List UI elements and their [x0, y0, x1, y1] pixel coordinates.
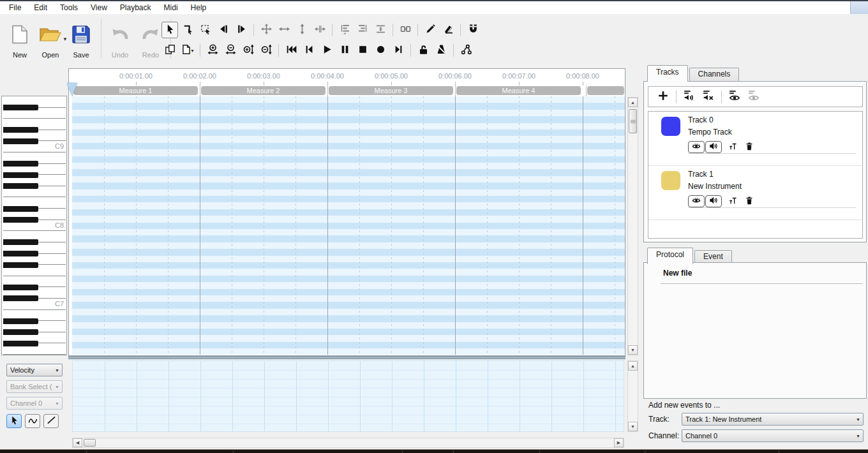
zoom-in-vertical-button[interactable]	[240, 42, 257, 59]
velocity-splitter[interactable]	[68, 356, 625, 359]
piano-key-black[interactable]	[3, 161, 38, 167]
glue-tool-button[interactable]	[397, 22, 414, 38]
menu-item-tools[interactable]: Tools	[54, 2, 84, 14]
pencil-tool-button[interactable]	[422, 22, 438, 38]
note-edit-area[interactable]	[72, 96, 625, 355]
magnet-tool-button[interactable]	[465, 22, 481, 38]
stop-button[interactable]	[354, 42, 371, 59]
remove-track-button[interactable]	[743, 196, 756, 207]
playback-cursor-marker[interactable]	[67, 83, 77, 96]
undo-button[interactable]: Undo	[105, 18, 135, 60]
open-button[interactable]: ▼Open	[36, 18, 65, 60]
measure-ruler[interactable]: Measure 1Measure 2Measure 3Measure 4	[69, 85, 625, 96]
piano-key-black[interactable]	[3, 341, 38, 346]
equalize-tool-button[interactable]	[372, 22, 389, 38]
piano-key-black[interactable]	[3, 105, 38, 110]
zoom-in-horizontal-button[interactable]	[204, 42, 221, 59]
target-channel-select[interactable]: Channel 0▼	[682, 429, 864, 442]
eraser-tool-button[interactable]	[440, 22, 456, 38]
lock-screen-button[interactable]	[415, 42, 431, 59]
select-tool-button[interactable]	[6, 414, 22, 428]
menu-item-midi[interactable]: Midi	[158, 2, 184, 14]
align-right-tool-button[interactable]	[354, 22, 371, 38]
measure-bar[interactable]: Measure 4	[456, 86, 581, 95]
scroll-right-button[interactable]: ▶	[614, 438, 624, 447]
piano-key-black[interactable]	[3, 329, 38, 335]
metronome-button[interactable]	[433, 42, 449, 59]
play-button[interactable]	[318, 42, 335, 59]
piano-key-black[interactable]	[3, 239, 38, 245]
back-measure-button[interactable]	[301, 42, 317, 59]
scroll-left-button[interactable]: ◀	[73, 438, 82, 447]
box-select-tool-button[interactable]	[197, 22, 214, 38]
remove-track-button[interactable]	[743, 142, 756, 152]
zoom-out-vertical-button[interactable]	[258, 42, 274, 59]
piano-key-black[interactable]	[3, 251, 38, 256]
line-tool-button[interactable]	[43, 414, 59, 428]
show-all-tracks-button[interactable]	[726, 89, 743, 105]
piano-key-black[interactable]	[3, 217, 38, 223]
matrix-vertical-scrollbar[interactable]: ▲▼	[627, 97, 638, 355]
pause-button[interactable]	[336, 42, 353, 59]
midi-connections-button[interactable]	[458, 42, 474, 59]
piano-key-black[interactable]	[3, 138, 38, 144]
piano-key-black[interactable]	[3, 206, 38, 212]
track-audible-button[interactable]	[705, 141, 722, 153]
tab-tracks[interactable]: Tracks	[647, 65, 688, 82]
freehand-tool-button[interactable]	[25, 414, 40, 428]
hide-all-tracks-button[interactable]	[745, 89, 762, 105]
align-left-tool-button[interactable]	[336, 22, 353, 38]
standard-tool-button[interactable]	[161, 22, 178, 38]
back-to-begin-button[interactable]	[283, 42, 299, 59]
measure-bar[interactable]: Measure 1	[73, 86, 198, 95]
measure-bar-partial[interactable]	[587, 86, 624, 95]
piano-key-black[interactable]	[3, 127, 38, 133]
velocity-vertical-scrollbar[interactable]: ▲▼	[627, 360, 638, 432]
dropdown-arrow-icon[interactable]: ▼	[190, 48, 195, 53]
stretch-tool-button[interactable]	[311, 22, 328, 38]
menu-item-file[interactable]: File	[3, 2, 27, 14]
track-visible-button[interactable]	[688, 195, 705, 207]
measure-bar[interactable]: Measure 3	[329, 86, 453, 95]
scroll-up-button[interactable]: ▲	[628, 98, 638, 107]
tab-protocol[interactable]: Protocol	[647, 248, 693, 264]
new-button[interactable]: New	[5, 18, 34, 60]
scroll-down-button[interactable]: ▼	[628, 345, 638, 355]
tab-channels[interactable]: Channels	[689, 68, 740, 82]
select-before-cursor-button[interactable]	[215, 22, 232, 38]
channel-filter-select[interactable]: Channel 0▼	[6, 397, 63, 410]
scroll-thumb[interactable]	[629, 109, 637, 133]
track-visible-button[interactable]	[688, 141, 705, 153]
line-select-tool-button[interactable]	[179, 22, 196, 38]
track-row[interactable]: Track 0Tempo Track	[648, 112, 862, 166]
piano-key-black[interactable]	[3, 295, 38, 301]
record-button[interactable]	[372, 42, 389, 59]
rename-track-button[interactable]	[726, 142, 739, 152]
scroll-thumb[interactable]	[84, 439, 96, 447]
piano-key-black[interactable]	[3, 318, 38, 324]
rename-track-button[interactable]	[726, 196, 739, 207]
move-tool-button[interactable]	[258, 22, 274, 38]
mute-all-tracks-button[interactable]	[700, 89, 717, 105]
target-track-select[interactable]: Track 1: New Instrument▼	[682, 413, 864, 426]
menu-item-help[interactable]: Help	[184, 2, 213, 14]
zoom-out-horizontal-button[interactable]	[222, 42, 239, 59]
menu-item-view[interactable]: View	[84, 2, 114, 14]
protocol-entry[interactable]: New file	[663, 269, 692, 278]
track-row[interactable]: Track 1New Instrument	[648, 167, 862, 220]
track-audible-button[interactable]	[705, 195, 722, 207]
event-type-select[interactable]: Velocity▼	[6, 364, 63, 376]
paste-button[interactable]: ▼	[179, 42, 196, 59]
piano-key-black[interactable]	[3, 285, 38, 290]
menu-item-playback[interactable]: Playback	[114, 2, 158, 14]
unmute-all-tracks-button[interactable]	[681, 89, 698, 105]
piano-key-black[interactable]	[3, 183, 38, 189]
matrix-horizontal-scrollbar[interactable]: ◀▶	[72, 438, 624, 448]
bank-select[interactable]: Bank Select (▼	[6, 380, 63, 393]
piano-key-black[interactable]	[3, 172, 38, 178]
timeline-ruler[interactable]: 0:00:01.000:00:02.000:00:03.000:00:04.00…	[69, 69, 625, 85]
forward-to-end-button[interactable]	[390, 42, 407, 59]
piano-key-black[interactable]	[3, 262, 38, 268]
menu-item-edit[interactable]: Edit	[27, 2, 54, 14]
scroll-up-button[interactable]: ▲	[628, 361, 638, 371]
